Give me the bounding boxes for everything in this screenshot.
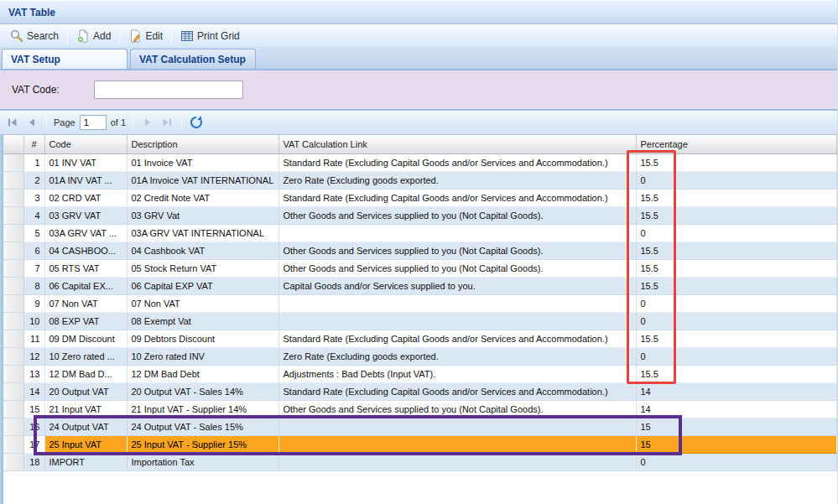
row-number-cell[interactable]: 10: [23, 312, 44, 330]
code-cell[interactable]: 21 Input VAT: [44, 400, 127, 418]
percentage-cell[interactable]: 15: [636, 435, 837, 453]
code-cell[interactable]: 06 Capital EX...: [44, 277, 127, 294]
row-number-cell[interactable]: 11: [23, 330, 44, 347]
row-number-cell[interactable]: 5: [23, 224, 44, 242]
table-row[interactable]: 1312 DM Bad D...12 DM Bad DebtAdjustment…: [3, 365, 837, 382]
code-cell[interactable]: 03A GRV VAT ...: [44, 224, 127, 242]
code-cell[interactable]: 09 DM Discount: [44, 330, 127, 347]
percentage-cell[interactable]: 15.5: [636, 330, 837, 347]
link-cell[interactable]: Other Goods and Services supplied to you…: [278, 206, 636, 224]
percentage-cell[interactable]: 15.5: [636, 259, 837, 277]
table-row[interactable]: 806 Capital EX...06 Capital EXP VATCapit…: [3, 277, 837, 294]
refresh-icon[interactable]: [189, 116, 204, 129]
table-row[interactable]: 1624 Output VAT24 Output VAT - Sales 15%…: [3, 418, 837, 435]
link-cell[interactable]: Capital Goods and/or Services supplied t…: [278, 277, 636, 294]
table-row[interactable]: 1521 Input VAT21 Input VAT - Supplier 14…: [3, 400, 837, 418]
percentage-cell[interactable]: 0: [636, 224, 837, 242]
link-cell[interactable]: Other Goods and Services supplied to you…: [278, 400, 636, 418]
table-row[interactable]: 604 CASHBOO...04 Cashbook VATOther Goods…: [3, 242, 837, 259]
percentage-cell[interactable]: 0: [636, 347, 837, 365]
col-header-description[interactable]: Description: [127, 135, 278, 153]
percentage-cell[interactable]: 0: [636, 171, 837, 189]
code-cell[interactable]: 02 CRD VAT: [44, 189, 127, 206]
table-row[interactable]: 1210 Zero rated ...10 Zero rated INVZero…: [3, 347, 837, 365]
description-cell[interactable]: 01A Invoice VAT INTERNATIONAL: [127, 171, 278, 189]
description-cell[interactable]: 03A GRV VAT INTERNATIONAL: [127, 224, 278, 242]
link-cell[interactable]: [278, 294, 636, 312]
link-cell[interactable]: [278, 418, 636, 435]
code-cell[interactable]: 24 Output VAT: [44, 418, 127, 435]
table-row[interactable]: 201A INV VAT ...01A Invoice VAT INTERNAT…: [3, 171, 837, 189]
row-number-cell[interactable]: 2: [23, 171, 44, 189]
percentage-cell[interactable]: 15.5: [636, 206, 837, 224]
description-cell[interactable]: 07 Non VAT: [127, 294, 278, 312]
description-cell[interactable]: 02 Credit Note VAT: [127, 189, 278, 206]
row-number-cell[interactable]: 18: [23, 453, 44, 470]
table-row[interactable]: 302 CRD VAT02 Credit Note VATStandard Ra…: [3, 189, 837, 206]
table-row[interactable]: 907 Non VAT07 Non VAT0: [3, 294, 837, 312]
table-row[interactable]: 403 GRV VAT03 GRV VatOther Goods and Ser…: [3, 206, 837, 224]
code-cell[interactable]: 07 Non VAT: [44, 294, 127, 312]
link-cell[interactable]: Adjustments : Bad Debts (Input VAT).: [278, 365, 636, 382]
description-cell[interactable]: 06 Capital EXP VAT: [127, 277, 278, 294]
code-cell[interactable]: 04 CASHBOO...: [44, 242, 127, 259]
link-cell[interactable]: Other Goods and Services supplied to you…: [278, 259, 636, 277]
description-cell[interactable]: 20 Output VAT - Sales 14%: [127, 382, 278, 400]
link-cell[interactable]: Standard Rate (Excluding Capital Goods a…: [278, 330, 636, 347]
col-header-percentage[interactable]: Percentage: [636, 135, 837, 153]
percentage-cell[interactable]: 14: [636, 400, 837, 418]
vat-code-input[interactable]: [94, 81, 243, 99]
link-cell[interactable]: Zero Rate (Excluding goods exported.: [278, 347, 636, 365]
last-page-icon[interactable]: [159, 116, 174, 129]
code-cell[interactable]: 03 GRV VAT: [44, 206, 127, 224]
link-cell[interactable]: [278, 312, 636, 330]
table-row[interactable]: 1420 Output VAT20 Output VAT - Sales 14%…: [3, 382, 837, 400]
table-row[interactable]: 1725 Input VAT25 Input VAT - Supplier 15…: [3, 435, 837, 453]
description-cell[interactable]: Importation Tax: [127, 453, 278, 470]
row-number-cell[interactable]: 9: [23, 294, 44, 312]
percentage-cell[interactable]: 0: [636, 294, 837, 312]
col-header-link[interactable]: VAT Calculation Link: [278, 135, 636, 153]
table-row[interactable]: 1008 EXP VAT08 Exempt Vat0: [3, 312, 837, 330]
row-number-cell[interactable]: 6: [23, 242, 44, 259]
link-cell[interactable]: Standard Rate (Excluding Capital Goods a…: [278, 153, 636, 171]
percentage-cell[interactable]: 14: [636, 382, 837, 400]
link-cell[interactable]: Other Goods and Services supplied to you…: [278, 242, 636, 259]
description-cell[interactable]: 01 Invoice VAT: [127, 153, 278, 171]
search-button[interactable]: Search: [5, 27, 64, 45]
row-number-cell[interactable]: 12: [23, 347, 44, 365]
description-cell[interactable]: 21 Input VAT - Supplier 14%: [127, 400, 278, 418]
percentage-cell[interactable]: 0: [636, 312, 837, 330]
percentage-cell[interactable]: 15.5: [636, 153, 837, 171]
row-number-cell[interactable]: 15: [23, 400, 44, 418]
code-cell[interactable]: 20 Output VAT: [44, 382, 127, 400]
row-number-cell[interactable]: 13: [23, 365, 44, 382]
code-cell[interactable]: 25 Input VAT: [44, 435, 127, 453]
prev-page-icon[interactable]: [24, 116, 39, 129]
description-cell[interactable]: 05 Stock Return VAT: [127, 259, 278, 277]
description-cell[interactable]: 08 Exempt Vat: [127, 312, 278, 330]
next-page-icon[interactable]: [140, 116, 155, 129]
link-cell[interactable]: [278, 224, 636, 242]
row-number-cell[interactable]: 1: [23, 153, 44, 171]
code-cell[interactable]: 01A INV VAT ...: [44, 171, 127, 189]
code-cell[interactable]: 12 DM Bad D...: [44, 365, 127, 382]
description-cell[interactable]: 04 Cashbook VAT: [127, 242, 278, 259]
percentage-cell[interactable]: 15.5: [636, 242, 837, 259]
tab-vat-calculation-setup[interactable]: VAT Calculation Setup: [130, 49, 256, 69]
row-number-cell[interactable]: 8: [23, 277, 44, 294]
description-cell[interactable]: 03 GRV Vat: [127, 206, 278, 224]
add-button[interactable]: Add: [71, 27, 116, 45]
col-header-number[interactable]: #: [23, 135, 44, 153]
row-number-cell[interactable]: 14: [23, 382, 44, 400]
percentage-cell[interactable]: 15: [636, 418, 837, 435]
link-cell[interactable]: [278, 453, 636, 470]
percentage-cell[interactable]: 15.5: [636, 277, 837, 294]
table-row[interactable]: 503A GRV VAT ...03A GRV VAT INTERNATIONA…: [3, 224, 837, 242]
description-cell[interactable]: 25 Input VAT - Supplier 15%: [127, 435, 278, 453]
percentage-cell[interactable]: 0: [636, 453, 837, 470]
percentage-cell[interactable]: 15.5: [636, 189, 837, 206]
row-number-cell[interactable]: 7: [23, 259, 44, 277]
col-header-code[interactable]: Code: [44, 135, 127, 153]
code-cell[interactable]: 08 EXP VAT: [44, 312, 127, 330]
